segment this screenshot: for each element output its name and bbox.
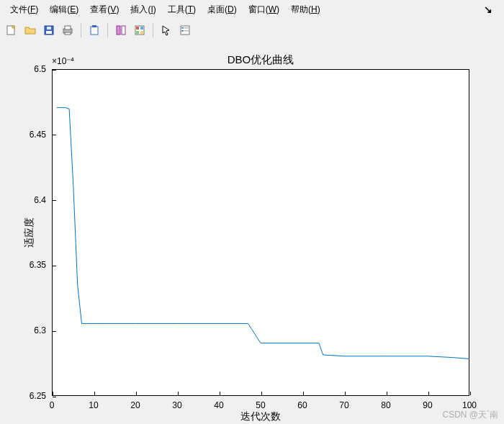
y-tick-label: 6.4 xyxy=(34,195,52,205)
svg-rect-6 xyxy=(65,32,71,35)
svg-rect-5 xyxy=(65,26,71,30)
menu-v[interactable]: 查看(V) xyxy=(84,2,125,17)
y-tick-label: 6.35 xyxy=(30,260,52,270)
svg-rect-20 xyxy=(184,30,189,32)
y-tick-label: 6.3 xyxy=(34,325,52,335)
y-tick-label: 6.5 xyxy=(34,64,52,74)
pointer-icon[interactable] xyxy=(158,22,175,39)
data-cursor-icon[interactable] xyxy=(112,22,130,39)
svg-rect-3 xyxy=(47,27,51,30)
toolbar xyxy=(0,19,504,42)
colorbar-icon[interactable] xyxy=(131,22,148,39)
x-tick-label: 70 xyxy=(339,396,348,410)
menu-d[interactable]: 桌面(D) xyxy=(202,2,243,17)
axes[interactable]: DBO优化曲线 ×10⁻⁴ 适应度 迭代次数 6.256.36.356.46.4… xyxy=(52,69,469,396)
print-icon[interactable] xyxy=(59,22,76,39)
menu-e[interactable]: 编辑(E) xyxy=(44,2,84,17)
figure-window: 文件(F)编辑(E)查看(V)插入(I)工具(T)桌面(D)窗口(W)帮助(H)… xyxy=(0,0,504,424)
y-exponent-label: ×10⁻⁴ xyxy=(52,56,74,66)
menu-t[interactable]: 工具(T) xyxy=(162,2,202,17)
menu-w[interactable]: 窗口(W) xyxy=(243,2,285,17)
figure-canvas: DBO优化曲线 ×10⁻⁴ 适应度 迭代次数 6.256.36.356.46.4… xyxy=(0,40,504,424)
svg-rect-18 xyxy=(181,30,184,32)
menu-bar: 文件(F)编辑(E)查看(V)插入(I)工具(T)桌面(D)窗口(W)帮助(H)… xyxy=(0,0,504,19)
x-axis-label: 迭代次数 xyxy=(52,410,469,423)
svg-rect-15 xyxy=(140,31,143,34)
open-icon[interactable] xyxy=(22,22,39,39)
chart-title: DBO优化曲线 xyxy=(52,53,469,67)
svg-rect-19 xyxy=(184,27,189,29)
toolbar-separator xyxy=(107,23,108,37)
y-tick-label: 6.45 xyxy=(30,130,52,140)
toolbar-dropdown-arrow[interactable]: ↘ xyxy=(477,4,500,15)
x-tick-label: 0 xyxy=(50,396,55,410)
svg-rect-8 xyxy=(92,25,96,27)
x-tick-label: 50 xyxy=(256,396,265,410)
y-tick-label: 6.25 xyxy=(30,391,52,401)
x-tick-label: 80 xyxy=(381,396,390,410)
x-tick-label: 10 xyxy=(89,396,98,410)
y-axis-label: 适应度 xyxy=(23,217,36,248)
svg-rect-12 xyxy=(136,27,139,30)
x-tick-label: 40 xyxy=(214,396,223,410)
svg-rect-2 xyxy=(46,31,52,34)
save-icon[interactable] xyxy=(40,22,58,39)
toolbar-separator xyxy=(81,23,81,37)
insert-legend-icon[interactable] xyxy=(176,22,194,39)
clipboard-icon[interactable] xyxy=(86,22,103,39)
x-tick-label: 60 xyxy=(297,396,307,410)
svg-rect-17 xyxy=(181,27,184,29)
svg-rect-7 xyxy=(91,27,98,35)
svg-rect-10 xyxy=(122,26,125,35)
x-tick-label: 90 xyxy=(423,396,432,410)
svg-rect-9 xyxy=(117,26,120,35)
new-figure-icon[interactable] xyxy=(3,22,20,39)
menu-i[interactable]: 插入(I) xyxy=(125,2,161,17)
svg-rect-13 xyxy=(140,27,143,30)
x-tick-label: 30 xyxy=(172,396,181,410)
toolbar-separator xyxy=(153,23,153,37)
line-series xyxy=(53,70,469,395)
x-tick-label: 20 xyxy=(130,396,140,410)
menu-h[interactable]: 帮助(H) xyxy=(285,2,326,17)
svg-rect-14 xyxy=(136,31,139,34)
menu-f[interactable]: 文件(F) xyxy=(4,2,44,17)
x-tick-label: 100 xyxy=(462,396,477,410)
